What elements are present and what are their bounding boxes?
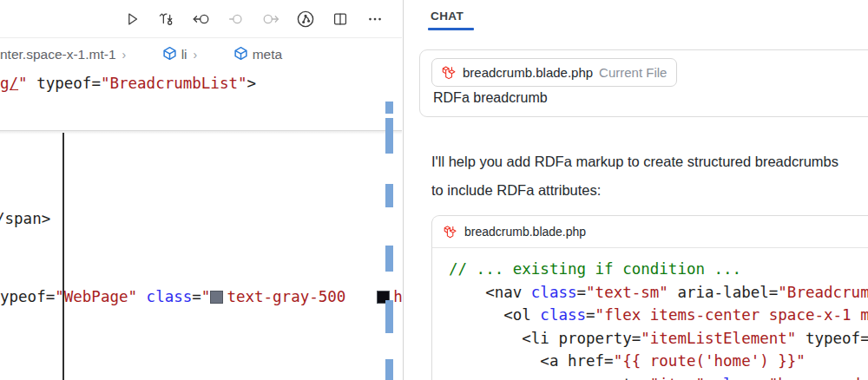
editor-code-line-webpage[interactable]: ypeof="WebPage" class="text-gray-500h: [0, 288, 402, 305]
app-window: nter.space-x-1.mt-1 › li › meta g/" type…: [0, 0, 868, 380]
next-change-button[interactable]: [260, 8, 282, 30]
code-line: <ol class="flex items-center space-x-1 m…: [449, 304, 868, 327]
tab-active-underline: [428, 28, 474, 30]
sticky-scroll-code-line[interactable]: g/" typeof="BreadcrumbList">: [0, 75, 402, 92]
overview-ruler-mark: [385, 359, 393, 380]
current-file-chip[interactable]: breadcrumb.blade.php Current File: [431, 58, 677, 87]
file-history-graph-icon: [295, 9, 316, 29]
previous-revision-button[interactable]: [190, 8, 213, 30]
sticky-scroll-shadow: [0, 130, 402, 134]
code-line: <li property="itemListElement" typeof="L…: [449, 327, 868, 351]
previous-change-button[interactable]: [225, 8, 247, 30]
overview-ruler-mark: [385, 300, 393, 333]
code-block-header[interactable]: breadcrumb.blade.php: [432, 216, 868, 248]
file-history-button[interactable]: [294, 8, 317, 30]
assistant-response-line: to include RDFa attributes:: [431, 176, 868, 205]
breadcrumb-item-li[interactable]: li: [181, 47, 187, 62]
user-message-text: RDFa breadcrumb: [433, 90, 548, 106]
split-editor-icon: [331, 10, 350, 29]
symbol-element-icon: [203, 30, 247, 80]
previous-change-icon: [226, 10, 247, 29]
code-line: <nav class="text-sm" aria-label="Breadcr…: [449, 281, 868, 305]
code-block-content: // ... existing if condition ... <nav cl…: [432, 248, 868, 380]
breadcrumb-separator: ›: [194, 48, 198, 62]
assistant-code-block: breadcrumb.blade.php // ... existing if …: [431, 215, 868, 380]
breadcrumb: nter.space-x-1.mt-1 › li › meta: [0, 42, 282, 68]
breadcrumb-item-meta[interactable]: meta: [253, 47, 282, 62]
editor-toolbar: [0, 0, 402, 38]
compare-changes-button[interactable]: [155, 8, 178, 30]
breadcrumb-separator: ›: [122, 48, 127, 62]
overview-ruler-mark: [385, 118, 393, 154]
more-actions-button[interactable]: [364, 8, 386, 30]
chat-panel: CHAT breadcrumb.blade.php Current File R…: [404, 0, 868, 380]
previous-revision-icon: [191, 10, 212, 29]
code-block-filename: breadcrumb.blade.php: [464, 225, 586, 239]
overview-ruler-mark: [385, 102, 393, 114]
assistant-response-text: I'll help you add RDFa markup to create …: [431, 147, 868, 205]
compare-changes-icon: [157, 10, 176, 29]
split-editor-button[interactable]: [329, 8, 352, 30]
symbol-element-icon: [132, 30, 176, 80]
laravel-icon: [444, 225, 457, 239]
breadcrumb-item-classes[interactable]: nter.space-x-1.mt-1: [0, 47, 116, 62]
user-message-card: breadcrumb.blade.php Current File RDFa b…: [419, 49, 868, 117]
editor-pane[interactable]: nter.space-x-1.mt-1 › li › meta g/" type…: [0, 0, 402, 380]
more-actions-icon: [365, 10, 385, 29]
next-change-icon: [260, 10, 281, 29]
code-line: // ... existing if condition ...: [449, 258, 868, 281]
overview-ruler[interactable]: [385, 0, 393, 380]
overview-ruler-mark: [385, 246, 393, 272]
code-line: <a href="{{ route('home') }}": [449, 350, 868, 373]
overview-ruler-mark: [385, 184, 393, 207]
run-button[interactable]: [121, 8, 143, 30]
chip-current-file-badge: Current File: [599, 65, 667, 80]
tab-chat[interactable]: CHAT: [431, 10, 464, 23]
indent-guide-line: [62, 133, 64, 380]
code-line: property="item" class="hover:underline": [449, 373, 868, 380]
chip-filename: breadcrumb.blade.php: [463, 65, 593, 80]
editor-code-line-span[interactable]: /span>: [0, 210, 50, 227]
tailwind-color-swatch: [210, 291, 223, 304]
laravel-icon: [442, 65, 457, 81]
run-icon: [122, 10, 141, 29]
assistant-response-line: I'll help you add RDFa markup to create …: [431, 147, 868, 176]
